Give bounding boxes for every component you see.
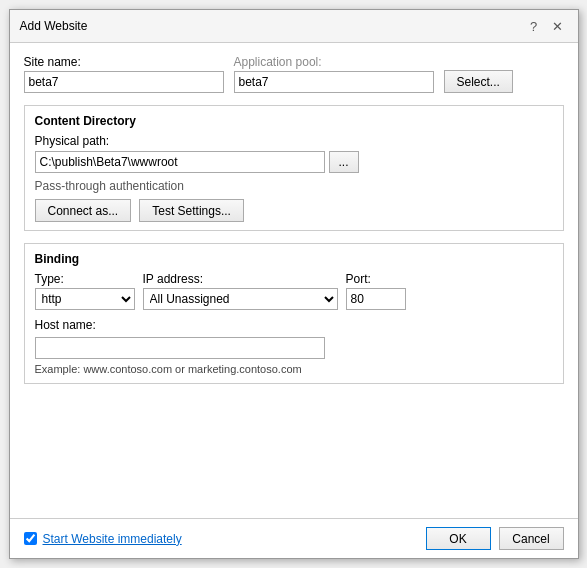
port-group: Port: <box>346 272 406 310</box>
hostname-group: Host name: <box>35 318 553 359</box>
ip-select[interactable]: All Unassigned <box>143 288 338 310</box>
ip-group: IP address: All Unassigned <box>143 272 338 310</box>
hostname-input[interactable] <box>35 337 325 359</box>
physical-path-input[interactable] <box>35 151 325 173</box>
type-group: Type: http https ftp <box>35 272 135 310</box>
site-app-row: Site name: Application pool: Select... <box>24 55 564 93</box>
footer: Start Website immediately OK Cancel <box>10 518 578 558</box>
dialog-title: Add Website <box>20 19 88 33</box>
close-button[interactable]: ✕ <box>548 16 568 36</box>
port-input[interactable] <box>346 288 406 310</box>
example-text: Example: www.contoso.com or marketing.co… <box>35 363 553 375</box>
binding-main-row: Type: http https ftp IP address: All Una… <box>35 272 553 310</box>
connect-as-button[interactable]: Connect as... <box>35 199 132 222</box>
app-pool-group: Application pool: <box>234 55 434 93</box>
binding-title: Binding <box>35 252 553 266</box>
site-name-group: Site name: <box>24 55 224 93</box>
ok-button[interactable]: OK <box>426 527 491 550</box>
site-name-label: Site name: <box>24 55 224 69</box>
test-settings-button[interactable]: Test Settings... <box>139 199 244 222</box>
connect-row: Connect as... Test Settings... <box>35 199 553 222</box>
app-pool-label: Application pool: <box>234 55 434 69</box>
physical-path-label: Physical path: <box>35 134 553 148</box>
help-button[interactable]: ? <box>524 16 544 36</box>
site-name-input[interactable] <box>24 71 224 93</box>
add-website-dialog: Add Website ? ✕ Site name: Application p… <box>9 9 579 559</box>
content-directory-section: Content Directory Physical path: ... Pas… <box>24 105 564 231</box>
passthrough-label: Pass-through authentication <box>35 179 184 193</box>
port-label: Port: <box>346 272 406 286</box>
type-label: Type: <box>35 272 135 286</box>
physical-path-row: ... <box>35 151 553 173</box>
hostname-label: Host name: <box>35 318 553 332</box>
spacer <box>24 392 564 506</box>
ip-label: IP address: <box>143 272 338 286</box>
select-button[interactable]: Select... <box>444 70 513 93</box>
title-bar: Add Website ? ✕ <box>10 10 578 43</box>
start-website-checkbox[interactable] <box>24 532 37 545</box>
title-bar-left: Add Website <box>20 19 88 33</box>
passthrough-row: Pass-through authentication <box>35 179 553 193</box>
start-website-label: Start Website immediately <box>43 532 182 546</box>
browse-button[interactable]: ... <box>329 151 359 173</box>
start-website-row: Start Website immediately <box>24 532 426 546</box>
binding-section: Binding Type: http https ftp IP address:… <box>24 243 564 384</box>
title-bar-right: ? ✕ <box>524 16 568 36</box>
app-pool-input[interactable] <box>234 71 434 93</box>
footer-buttons: OK Cancel <box>426 527 564 550</box>
dialog-body: Site name: Application pool: Select... C… <box>10 43 578 518</box>
content-directory-title: Content Directory <box>35 114 553 128</box>
cancel-button[interactable]: Cancel <box>499 527 564 550</box>
type-select[interactable]: http https ftp <box>35 288 135 310</box>
